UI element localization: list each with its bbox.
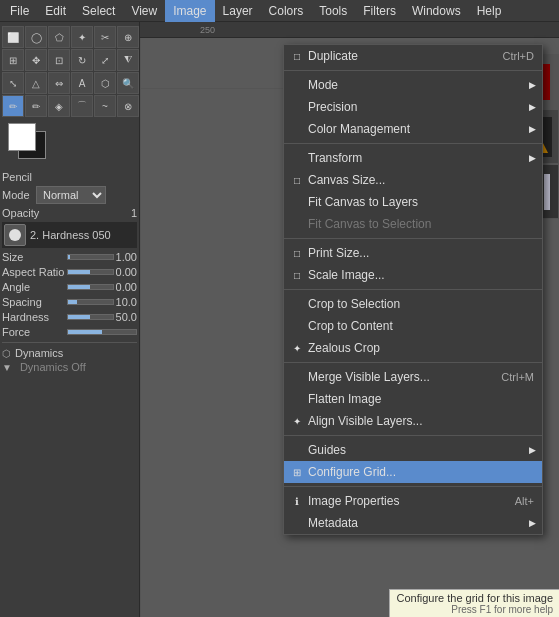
menu-configure-grid[interactable]: ⊞ Configure Grid... xyxy=(284,461,542,483)
menu-align-visible[interactable]: ✦ Align Visible Layers... xyxy=(284,410,542,432)
menu-select[interactable]: Select xyxy=(74,0,123,22)
hardness-row: Hardness 50.0 xyxy=(2,311,137,323)
tool-warp[interactable]: ⤡ xyxy=(2,72,24,94)
dynamics-header[interactable]: ⬡ Dynamics xyxy=(2,347,137,359)
menu-mode[interactable]: Mode xyxy=(284,74,542,96)
tool-fuzzy-select[interactable]: ✦ xyxy=(71,26,93,48)
menu-zealous-crop[interactable]: ✦ Zealous Crop xyxy=(284,337,542,359)
angle-slider[interactable] xyxy=(67,284,114,290)
brush-preview[interactable]: 2. Hardness 050 xyxy=(2,222,137,248)
duplicate-shortcut: Ctrl+D xyxy=(503,50,534,62)
tool-pencil[interactable]: ✏ xyxy=(25,95,47,117)
menu-metadata[interactable]: Metadata xyxy=(284,512,542,534)
tool-path[interactable]: ⬡ xyxy=(94,72,116,94)
sep-6 xyxy=(284,435,542,436)
merge-visible-label: Merge Visible Layers... xyxy=(308,370,430,384)
tool-heal[interactable]: ⊗ xyxy=(117,95,139,117)
print-size-icon: □ xyxy=(288,248,306,259)
tool-ellipse-select[interactable]: ◯ xyxy=(25,26,47,48)
tool-align[interactable]: ⊞ xyxy=(2,49,24,71)
tool-paint[interactable]: ✏ xyxy=(2,95,24,117)
tool-rect-select[interactable]: ⬜ xyxy=(2,26,24,48)
menu-view[interactable]: View xyxy=(123,0,165,22)
sep-3 xyxy=(284,238,542,239)
menu-canvas-size[interactable]: □ Canvas Size... xyxy=(284,169,542,191)
menu-precision[interactable]: Precision xyxy=(284,96,542,118)
menu-flatten[interactable]: Flatten Image xyxy=(284,388,542,410)
color-management-label: Color Management xyxy=(308,122,410,136)
dropdown-overlay[interactable]: □ Duplicate Ctrl+D Mode Precision Color … xyxy=(140,44,559,617)
brush-name: 2. Hardness 050 xyxy=(30,229,111,241)
tool-move[interactable]: ✥ xyxy=(25,49,47,71)
sep-4 xyxy=(284,289,542,290)
menu-color-management[interactable]: Color Management xyxy=(284,118,542,140)
aspect-value: 0.00 xyxy=(116,266,137,278)
tool-crop[interactable]: ⊡ xyxy=(48,49,70,71)
tool-ink[interactable]: ⌒ xyxy=(71,95,93,117)
tool-3d[interactable]: △ xyxy=(25,72,47,94)
menu-merge-visible[interactable]: Merge Visible Layers... Ctrl+M xyxy=(284,366,542,388)
dynamics-icon: ⬡ xyxy=(2,348,11,359)
fg-color[interactable] xyxy=(8,123,36,151)
tool-airbrush[interactable]: ◈ xyxy=(48,95,70,117)
tool-smudge[interactable]: ~ xyxy=(94,95,116,117)
spacing-slider[interactable] xyxy=(67,299,114,305)
menu-fit-canvas-selection: Fit Canvas to Selection xyxy=(284,213,542,235)
menu-edit[interactable]: Edit xyxy=(37,0,74,22)
merge-visible-shortcut: Ctrl+M xyxy=(501,371,534,383)
tool-fg-select[interactable]: ⊕ xyxy=(117,26,139,48)
menu-scale-image[interactable]: □ Scale Image... xyxy=(284,264,542,286)
menu-crop-selection[interactable]: Crop to Selection xyxy=(284,293,542,315)
opacity-label: Opacity xyxy=(2,207,39,219)
force-slider[interactable] xyxy=(67,329,137,335)
tool-rotate[interactable]: ↻ xyxy=(71,49,93,71)
menu-file[interactable]: File xyxy=(2,0,37,22)
angle-label: Angle xyxy=(2,281,67,293)
duplicate-icon: □ xyxy=(288,51,306,62)
menu-colors[interactable]: Colors xyxy=(261,0,312,22)
main-layout: ⬜ ◯ ⬠ ✦ ✂ ⊕ ⊞ ✥ ⊡ ↻ ⤢ ⧨ ⤡ △ ⇔ A ⬡ 🔍 ✏ ✏ … xyxy=(0,22,559,617)
menu-guides[interactable]: Guides xyxy=(284,439,542,461)
menu-transform[interactable]: Transform xyxy=(284,147,542,169)
brush-icon xyxy=(4,224,26,246)
aspect-slider[interactable] xyxy=(67,269,114,275)
crop-content-label: Crop to Content xyxy=(308,319,393,333)
tool-scale[interactable]: ⤢ xyxy=(94,49,116,71)
size-slider[interactable] xyxy=(67,254,114,260)
menu-image[interactable]: Image xyxy=(165,0,214,22)
spacing-label: Spacing xyxy=(2,296,67,308)
mode-select[interactable]: Normal xyxy=(36,186,106,204)
flatten-label: Flatten Image xyxy=(308,392,381,406)
menu-duplicate[interactable]: □ Duplicate Ctrl+D xyxy=(284,45,542,67)
tool-free-select[interactable]: ⬠ xyxy=(48,26,70,48)
menu-windows[interactable]: Windows xyxy=(404,0,469,22)
guides-label: Guides xyxy=(308,443,346,457)
sep-5 xyxy=(284,362,542,363)
menu-print-size[interactable]: □ Print Size... xyxy=(284,242,542,264)
fit-canvas-selection-label: Fit Canvas to Selection xyxy=(308,217,431,231)
force-label: Force xyxy=(2,326,67,338)
tool-flip[interactable]: ⇔ xyxy=(48,72,70,94)
hardness-label: Hardness xyxy=(2,311,67,323)
hardness-slider[interactable] xyxy=(67,314,114,320)
canvas-size-label: Canvas Size... xyxy=(308,173,385,187)
tool-shear[interactable]: ⧨ xyxy=(117,49,139,71)
size-row: Size 1.00 xyxy=(2,251,137,263)
configure-grid-icon: ⊞ xyxy=(288,467,306,478)
menu-tools[interactable]: Tools xyxy=(311,0,355,22)
menu-crop-content[interactable]: Crop to Content xyxy=(284,315,542,337)
tool-scissors[interactable]: ✂ xyxy=(94,26,116,48)
opacity-row: Opacity 1 xyxy=(2,207,137,219)
menu-layer[interactable]: Layer xyxy=(215,0,261,22)
tool-text[interactable]: A xyxy=(71,72,93,94)
scale-image-icon: □ xyxy=(288,270,306,281)
metadata-label: Metadata xyxy=(308,516,358,530)
menu-image-properties[interactable]: ℹ Image Properties Alt+ xyxy=(284,490,542,512)
menu-help[interactable]: Help xyxy=(469,0,510,22)
menu-fit-canvas-layers[interactable]: Fit Canvas to Layers xyxy=(284,191,542,213)
tool-zoom[interactable]: 🔍 xyxy=(117,72,139,94)
print-size-label: Print Size... xyxy=(308,246,369,260)
sep-7 xyxy=(284,486,542,487)
size-value: 1.00 xyxy=(116,251,137,263)
menu-filters[interactable]: Filters xyxy=(355,0,404,22)
